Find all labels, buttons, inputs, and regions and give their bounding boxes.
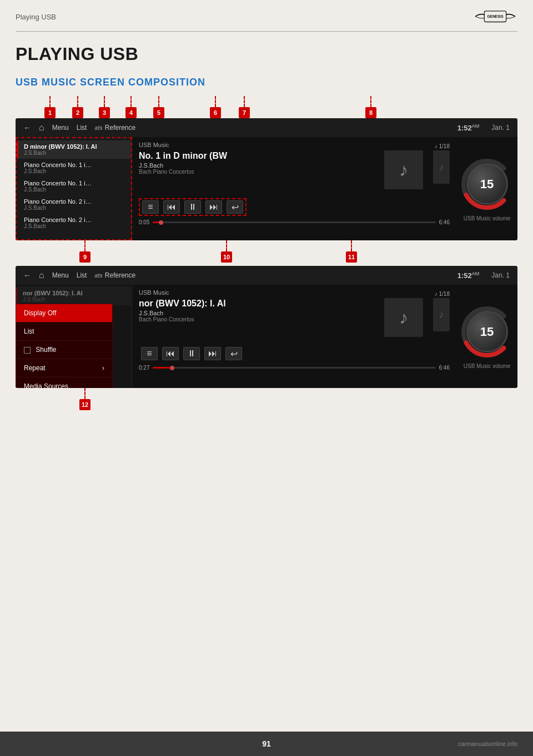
back-button-2[interactable]: ← (23, 271, 31, 280)
chevron-right-icon: › (102, 364, 104, 372)
track-name-2-1: nor (BWV 1052): I. Al (23, 290, 126, 296)
progress-bar-1[interactable] (153, 221, 435, 223)
source-name: Reference (105, 124, 135, 132)
pause-button[interactable]: ⏸ (184, 200, 201, 214)
track-info-1: No. 1 in D minor (BW J.S.Bach Bach Piano… (139, 150, 379, 175)
next-button[interactable]: ⏭ (205, 200, 222, 214)
progress-total-2: 6:46 (439, 365, 450, 371)
list-button-2[interactable]: List (77, 271, 87, 279)
main-content: PLAYING USB USB MUSIC SCREEN COMPOSITION… (0, 32, 533, 408)
section-title: PLAYING USB (16, 44, 517, 64)
next-button-2[interactable]: ⏭ (204, 347, 221, 360)
date-display-2: Jan. 1 (491, 271, 510, 279)
home-icon[interactable]: ⌂ (39, 123, 44, 133)
clock: 1:52AM (457, 123, 480, 132)
callout-12: 12 (79, 388, 90, 410)
menu-ctrl-button[interactable]: ≡ (142, 200, 159, 214)
list-button[interactable]: List (77, 124, 87, 132)
callout-10: 10 (221, 240, 232, 263)
callout-6: 6 (210, 96, 221, 118)
track-name-5: Piano Concerto No. 2 i… (24, 216, 125, 223)
track-item-5[interactable]: Piano Concerto No. 2 i… J.S.Bach (17, 214, 131, 232)
now-playing-artist-1: J.S.Bach (139, 162, 379, 169)
source-indicator: ats Reference (94, 124, 135, 132)
volume-label-2: USB Music volume (464, 363, 510, 369)
callout-9: 9 (79, 240, 90, 263)
volume-knob-wrapper-1[interactable]: 15 (459, 157, 515, 212)
volume-knob-wrapper-2[interactable]: 15 (459, 304, 515, 360)
home-icon-2[interactable]: ⌂ (39, 270, 44, 280)
progress-row-2: 0:27 6:46 (139, 365, 450, 371)
callout-1: 1 (44, 96, 56, 118)
callout-4: 4 (125, 96, 137, 118)
track-item-2-1: nor (BWV 1052): I. Al J.S.Bach (16, 287, 132, 305)
callout-5: 5 (153, 96, 164, 118)
menu-item-shuffle[interactable]: Shuffle (16, 341, 112, 359)
volume-number-2: 15 (480, 325, 494, 339)
controls-wrapper-2: ≡ ⏮ ⏸ ⏭ ↩ (139, 341, 450, 361)
repeat-button-2[interactable]: ↩ (225, 347, 242, 360)
volume-number-1: 15 (480, 177, 494, 191)
volume-center-1: 15 (466, 163, 508, 205)
player-panel-2: USB Music ♪ 1/18 nor (BWV 1052): I. Al J… (132, 285, 456, 388)
track-artist-1: J.S.Bach (24, 150, 125, 156)
music-note-icon-1: ♪ (399, 160, 408, 180)
menu-button[interactable]: Menu (52, 124, 69, 132)
pause-button-2[interactable]: ⏸ (183, 347, 200, 360)
controls-wrapper-1: ≡ ⏮ ⏸ ⏭ ↩ (139, 194, 450, 216)
volume-label-1: USB Music volume (464, 215, 510, 221)
volume-knob-2[interactable]: 15 (466, 311, 508, 352)
menu-button-2[interactable]: Menu (52, 271, 69, 279)
track-item-2[interactable]: Piano Concerto No. 1 i… J.S.Bach (17, 159, 131, 177)
nav-bar-1: ← ⌂ Menu List ats Reference 1:52AM Jan. … (16, 118, 517, 137)
track-list: D minor (BWV 1052): I. Al J.S.Bach Piano… (16, 137, 132, 240)
callout-7: 7 (239, 96, 250, 118)
track-name-1: D minor (BWV 1052): I. Al (24, 143, 125, 150)
source-name-2: Reference (105, 271, 135, 279)
progress-dot-2 (170, 366, 174, 370)
now-playing-title-2: nor (BWV 1052): I. Al (139, 298, 379, 309)
date-display: Jan. 1 (491, 124, 510, 132)
volume-knob-1[interactable]: 15 (466, 163, 508, 205)
progress-row-1: 0:05 6:46 (139, 219, 450, 225)
track-artist-4: J.S.Bach (24, 205, 125, 211)
page-footer: 91 carmanualsonline.info (0, 732, 533, 756)
page-number: 91 (262, 739, 271, 748)
genesis-logo: GENESIS (473, 7, 517, 27)
back-button[interactable]: ← (23, 123, 31, 132)
track-item-3[interactable]: Piano Concerto No. 1 i… J.S.Bach (17, 177, 131, 195)
menu-item-list[interactable]: List (16, 322, 112, 341)
track-item-4[interactable]: Piano Concerto No. 2 i… J.S.Bach (17, 195, 131, 214)
track-artist-2: J.S.Bach (24, 168, 125, 174)
bottom-badges-1: 9 10 11 (16, 240, 517, 260)
source-logo-2: ats (94, 273, 102, 279)
diagram-2: ← ⌂ Menu List ats Reference 1:52AM Jan. … (16, 266, 517, 408)
progress-fill-2 (153, 367, 170, 369)
bottom-badges-2: 12 (16, 388, 517, 408)
prev-button[interactable]: ⏮ (163, 200, 180, 214)
track-name-2: Piano Concerto No. 1 i… (24, 162, 125, 168)
callout-2: 2 (72, 96, 83, 118)
nav-bar-2: ← ⌂ Menu List ats Reference 1:52AM Jan. … (16, 266, 517, 285)
menu-item-media-sources[interactable]: Media Sources (16, 377, 112, 388)
page-header-title: Playing USB (16, 13, 56, 21)
shuffle-checkbox[interactable] (24, 347, 31, 354)
prev-button-2[interactable]: ⏮ (162, 347, 179, 360)
track-count-1: ♪ 1/18 (435, 143, 450, 149)
screen-1: ← ⌂ Menu List ats Reference 1:52AM Jan. … (16, 118, 517, 240)
repeat-button[interactable]: ↩ (227, 200, 243, 214)
player-panel-1: USB Music ♪ 1/18 No. 1 in D minor (BW J.… (132, 137, 456, 240)
album-art-1: ♪ (384, 150, 423, 189)
page-header: Playing USB GENESIS (0, 0, 533, 31)
menu-item-display-off[interactable]: Display Off (16, 304, 112, 322)
music-note-icon-2: ♪ (399, 308, 408, 328)
track-item-1[interactable]: D minor (BWV 1052): I. Al J.S.Bach (17, 140, 131, 159)
clock-2: 1:52AM (457, 271, 480, 280)
menu-item-repeat[interactable]: Repeat › (16, 359, 112, 377)
now-playing-album-1: Bach Piano Concertos (139, 169, 379, 175)
progress-bar-2[interactable] (153, 367, 435, 369)
menu-ctrl-button-2[interactable]: ≡ (141, 347, 158, 360)
progress-dot-1 (159, 220, 163, 225)
volume-panel-1: 15 USB Music volume (456, 137, 517, 240)
volume-center-2: 15 (466, 311, 508, 352)
